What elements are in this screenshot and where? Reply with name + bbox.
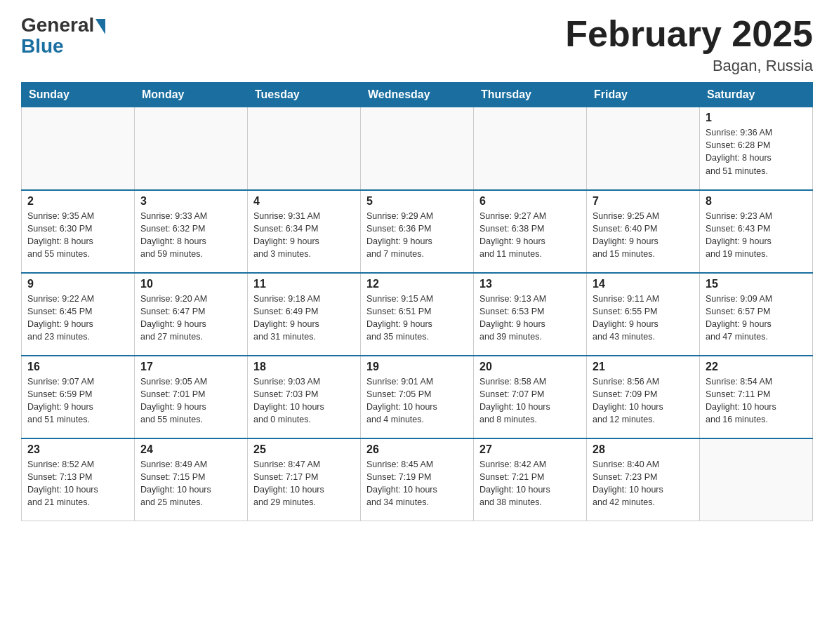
day-info: Sunrise: 9:29 AMSunset: 6:36 PMDaylight:… [366, 210, 468, 261]
calendar-day-cell: 14Sunrise: 9:11 AMSunset: 6:55 PMDayligh… [587, 273, 700, 356]
day-number: 12 [366, 278, 468, 290]
calendar-day-cell: 17Sunrise: 9:05 AMSunset: 7:01 PMDayligh… [135, 356, 248, 438]
day-info: Sunrise: 9:20 AMSunset: 6:47 PMDaylight:… [140, 293, 241, 344]
calendar-day-header: Tuesday [248, 83, 361, 107]
calendar-day-cell: 24Sunrise: 8:49 AMSunset: 7:15 PMDayligh… [135, 438, 248, 521]
calendar-day-header: Wednesday [361, 83, 474, 107]
day-info: Sunrise: 8:52 AMSunset: 7:13 PMDaylight:… [27, 458, 128, 509]
day-info: Sunrise: 9:35 AMSunset: 6:30 PMDaylight:… [27, 210, 128, 261]
calendar-day-cell: 1Sunrise: 9:36 AMSunset: 6:28 PMDaylight… [700, 107, 813, 190]
calendar-day-cell: 18Sunrise: 9:03 AMSunset: 7:03 PMDayligh… [248, 356, 361, 438]
day-number: 6 [479, 195, 581, 208]
calendar-day-header: Monday [135, 83, 248, 107]
day-info: Sunrise: 8:49 AMSunset: 7:15 PMDaylight:… [140, 458, 241, 509]
calendar-day-cell: 11Sunrise: 9:18 AMSunset: 6:49 PMDayligh… [248, 273, 361, 356]
calendar-day-cell: 2Sunrise: 9:35 AMSunset: 6:30 PMDaylight… [22, 190, 135, 273]
day-number: 21 [593, 361, 694, 373]
day-number: 22 [706, 361, 807, 373]
day-info: Sunrise: 9:01 AMSunset: 7:05 PMDaylight:… [366, 375, 468, 427]
calendar-table: SundayMondayTuesdayWednesdayThursdayFrid… [21, 82, 813, 521]
day-info: Sunrise: 9:22 AMSunset: 6:45 PMDaylight:… [27, 293, 128, 344]
day-info: Sunrise: 8:47 AMSunset: 7:17 PMDaylight:… [253, 458, 355, 509]
day-number: 2 [27, 195, 128, 208]
day-number: 16 [27, 361, 128, 373]
day-number: 13 [479, 278, 581, 290]
day-info: Sunrise: 8:45 AMSunset: 7:19 PMDaylight:… [366, 458, 468, 509]
day-number: 25 [253, 443, 355, 456]
calendar-week-row: 23Sunrise: 8:52 AMSunset: 7:13 PMDayligh… [22, 438, 813, 521]
calendar-day-cell: 20Sunrise: 8:58 AMSunset: 7:07 PMDayligh… [474, 356, 587, 438]
location: Bagan, Russia [565, 57, 813, 75]
calendar-day-header: Friday [587, 83, 700, 107]
calendar-day-header: Thursday [474, 83, 587, 107]
calendar-day-cell [248, 107, 361, 190]
calendar-week-row: 1Sunrise: 9:36 AMSunset: 6:28 PMDaylight… [22, 107, 813, 190]
day-info: Sunrise: 9:15 AMSunset: 6:51 PMDaylight:… [366, 293, 468, 344]
calendar-day-cell [135, 107, 248, 190]
logo: General Blue [21, 14, 105, 58]
calendar-day-cell [22, 107, 135, 190]
day-number: 26 [366, 443, 468, 456]
title-section: February 2025 Bagan, Russia [565, 14, 813, 75]
day-number: 17 [140, 361, 241, 373]
day-number: 9 [27, 278, 128, 290]
day-number: 15 [706, 278, 807, 290]
calendar-header-row: SundayMondayTuesdayWednesdayThursdayFrid… [22, 83, 813, 107]
calendar-week-row: 9Sunrise: 9:22 AMSunset: 6:45 PMDaylight… [22, 273, 813, 356]
day-info: Sunrise: 9:33 AMSunset: 6:32 PMDaylight:… [140, 210, 241, 261]
day-number: 5 [366, 195, 468, 208]
day-number: 10 [140, 278, 241, 290]
calendar-day-header: Sunday [22, 83, 135, 107]
day-number: 18 [253, 361, 355, 373]
calendar-day-cell: 19Sunrise: 9:01 AMSunset: 7:05 PMDayligh… [361, 356, 474, 438]
day-number: 4 [253, 195, 355, 208]
day-info: Sunrise: 8:56 AMSunset: 7:09 PMDaylight:… [593, 375, 694, 427]
day-info: Sunrise: 9:36 AMSunset: 6:28 PMDaylight:… [706, 126, 807, 177]
day-info: Sunrise: 9:11 AMSunset: 6:55 PMDaylight:… [593, 293, 694, 344]
day-info: Sunrise: 9:13 AMSunset: 6:53 PMDaylight:… [479, 293, 581, 344]
calendar-day-cell [361, 107, 474, 190]
day-info: Sunrise: 9:07 AMSunset: 6:59 PMDaylight:… [27, 375, 128, 427]
calendar-day-cell [700, 438, 813, 521]
calendar-day-cell: 28Sunrise: 8:40 AMSunset: 7:23 PMDayligh… [587, 438, 700, 521]
day-info: Sunrise: 9:18 AMSunset: 6:49 PMDaylight:… [253, 293, 355, 344]
page-header: General Blue February 2025 Bagan, Russia [21, 14, 813, 75]
calendar-day-cell: 4Sunrise: 9:31 AMSunset: 6:34 PMDaylight… [248, 190, 361, 273]
day-number: 24 [140, 443, 241, 456]
day-number: 3 [140, 195, 241, 208]
calendar-week-row: 2Sunrise: 9:35 AMSunset: 6:30 PMDaylight… [22, 190, 813, 273]
logo-blue-text: Blue [21, 35, 64, 58]
calendar-day-cell: 26Sunrise: 8:45 AMSunset: 7:19 PMDayligh… [361, 438, 474, 521]
calendar-day-cell: 27Sunrise: 8:42 AMSunset: 7:21 PMDayligh… [474, 438, 587, 521]
calendar-day-cell: 22Sunrise: 8:54 AMSunset: 7:11 PMDayligh… [700, 356, 813, 438]
day-info: Sunrise: 9:03 AMSunset: 7:03 PMDaylight:… [253, 375, 355, 427]
day-info: Sunrise: 9:25 AMSunset: 6:40 PMDaylight:… [593, 210, 694, 261]
month-title: February 2025 [565, 14, 813, 54]
calendar-week-row: 16Sunrise: 9:07 AMSunset: 6:59 PMDayligh… [22, 356, 813, 438]
day-info: Sunrise: 8:58 AMSunset: 7:07 PMDaylight:… [479, 375, 581, 427]
calendar-day-cell: 7Sunrise: 9:25 AMSunset: 6:40 PMDaylight… [587, 190, 700, 273]
calendar-day-cell: 23Sunrise: 8:52 AMSunset: 7:13 PMDayligh… [22, 438, 135, 521]
day-number: 23 [27, 443, 128, 456]
day-number: 11 [253, 278, 355, 290]
day-number: 8 [706, 195, 807, 208]
logo-arrow-icon [95, 19, 105, 34]
day-info: Sunrise: 9:05 AMSunset: 7:01 PMDaylight:… [140, 375, 241, 427]
calendar-day-cell [587, 107, 700, 190]
calendar-day-cell [474, 107, 587, 190]
calendar-day-cell: 6Sunrise: 9:27 AMSunset: 6:38 PMDaylight… [474, 190, 587, 273]
day-info: Sunrise: 8:40 AMSunset: 7:23 PMDaylight:… [593, 458, 694, 509]
day-number: 7 [593, 195, 694, 208]
day-number: 28 [593, 443, 694, 456]
day-number: 20 [479, 361, 581, 373]
calendar-day-cell: 12Sunrise: 9:15 AMSunset: 6:51 PMDayligh… [361, 273, 474, 356]
day-number: 14 [593, 278, 694, 290]
day-number: 19 [366, 361, 468, 373]
calendar-day-cell: 21Sunrise: 8:56 AMSunset: 7:09 PMDayligh… [587, 356, 700, 438]
calendar-day-cell: 8Sunrise: 9:23 AMSunset: 6:43 PMDaylight… [700, 190, 813, 273]
day-info: Sunrise: 8:42 AMSunset: 7:21 PMDaylight:… [479, 458, 581, 509]
calendar-day-cell: 9Sunrise: 9:22 AMSunset: 6:45 PMDaylight… [22, 273, 135, 356]
calendar-day-cell: 5Sunrise: 9:29 AMSunset: 6:36 PMDaylight… [361, 190, 474, 273]
day-number: 27 [479, 443, 581, 456]
day-info: Sunrise: 9:31 AMSunset: 6:34 PMDaylight:… [253, 210, 355, 261]
